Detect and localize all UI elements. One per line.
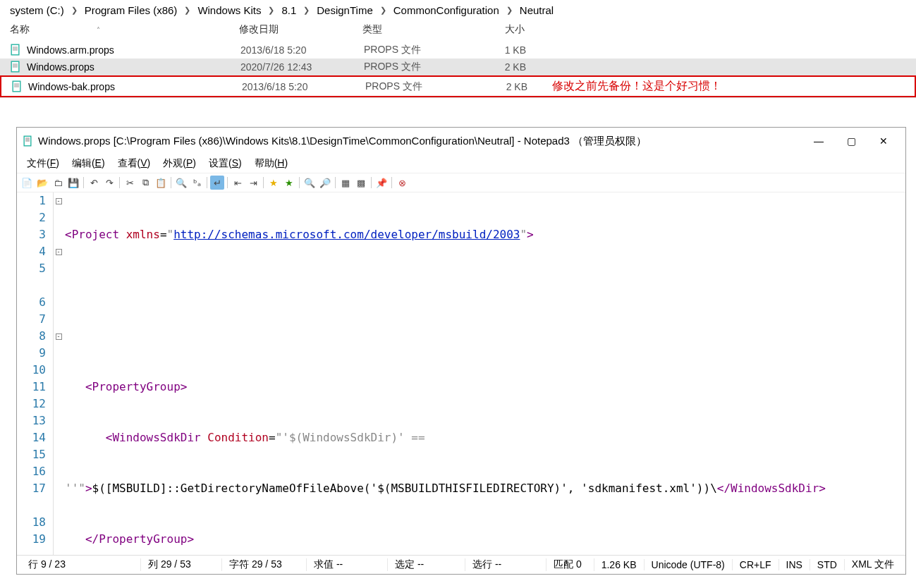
file-size: 1 KB — [473, 44, 533, 56]
file-type: PROPS 文件 — [364, 61, 473, 73]
breadcrumb-seg[interactable]: Program Files (x86) — [85, 4, 178, 16]
breadcrumb-seg[interactable]: Neutral — [520, 4, 554, 16]
find-icon[interactable]: 🔍 — [174, 176, 188, 190]
status-col: 列 29 / 53 — [141, 558, 222, 571]
separator — [335, 177, 336, 188]
code-editor[interactable]: 12345678910111213141516171819 --- <Proje… — [17, 192, 905, 555]
breadcrumb-seg[interactable]: 8.1 — [281, 4, 296, 16]
code-content[interactable]: <Project xmlns="http://schemas.microsoft… — [63, 192, 905, 555]
pin-icon[interactable]: 📌 — [374, 176, 389, 190]
separator — [371, 177, 372, 188]
open-icon[interactable]: 📂 — [35, 176, 49, 190]
exit-icon[interactable]: ⊗ — [395, 176, 409, 190]
statusbar: 行 9 / 23 列 29 / 53 字符 29 / 53 求值 -- 选定 -… — [17, 555, 905, 574]
annotation-text: 修改之前先备份！这是个好习惯！ — [552, 79, 721, 94]
line-gutter: 12345678910111213141516171819 — [17, 192, 54, 555]
syntax-icon[interactable]: ▦ — [338, 176, 353, 190]
syntax2-icon[interactable]: ▩ — [354, 176, 368, 190]
chevron-right-icon: ❯ — [300, 6, 312, 15]
toolbar: 📄 📂 🗀 💾 ↶ ↷ ✂ ⧉ 📋 🔍 ᵇₐ ↵ ⇤ ⇥ ★ ★ 🔍 🔎 ▦ ▩… — [17, 173, 905, 192]
bookmark-add-icon[interactable]: ★ — [282, 176, 296, 190]
file-row[interactable]: Windows.arm.props2013/6/18 5:20PROPS 文件1… — [0, 42, 916, 59]
outdent-icon[interactable]: ⇥ — [246, 176, 260, 190]
separator — [299, 177, 300, 188]
indent-icon[interactable]: ⇤ — [231, 176, 245, 190]
menu-e[interactable]: 编辑(E) — [66, 156, 111, 171]
bookmark-icon[interactable]: ★ — [267, 176, 281, 190]
separator — [171, 177, 171, 188]
menu-f[interactable]: 文件(F) — [21, 156, 65, 171]
undo-icon[interactable]: ↶ — [87, 176, 101, 190]
sort-asc-icon: ˄ — [97, 26, 100, 34]
status-match: 匹配 0 — [546, 558, 594, 571]
breadcrumb-seg[interactable]: Windows Kits — [197, 4, 261, 16]
separator — [207, 177, 207, 188]
status-eval: 求值 -- — [307, 558, 388, 571]
new-icon[interactable]: 📄 — [20, 176, 34, 190]
status-sel: 选定 -- — [388, 558, 465, 571]
zoomout-icon[interactable]: 🔎 — [318, 176, 332, 190]
breadcrumb[interactable]: system (C:)❯ Program Files (x86)❯ Window… — [0, 0, 916, 20]
status-line: 行 9 / 23 — [21, 558, 141, 571]
maximize-button[interactable]: ▢ — [835, 131, 867, 151]
menubar: 文件(F)编辑(E)查看(V)外观(P)设置(S)帮助(H) — [17, 154, 905, 173]
chevron-right-icon: ❯ — [503, 6, 515, 15]
menu-s[interactable]: 设置(S) — [203, 156, 248, 171]
fold-column[interactable]: --- — [54, 192, 63, 555]
col-type[interactable]: 类型 — [362, 23, 472, 36]
menu-v[interactable]: 查看(V) — [112, 156, 157, 171]
file-icon — [11, 80, 24, 93]
status-eol[interactable]: CR+LF — [733, 559, 779, 570]
file-date: 2013/6/18 5:20 — [240, 44, 364, 56]
fold-toggle-icon[interactable]: - — [56, 198, 62, 204]
chevron-right-icon: ❯ — [377, 6, 389, 15]
file-size: 2 KB — [475, 81, 535, 92]
status-size: 1.26 KB — [594, 559, 645, 570]
separator — [391, 177, 392, 188]
separator — [119, 177, 120, 188]
minimize-button[interactable]: — — [802, 131, 835, 151]
col-date[interactable]: 修改日期 — [239, 23, 362, 36]
app-icon — [23, 135, 34, 147]
window-title: Windows.props [C:\Program Files (x86)\Wi… — [38, 135, 802, 148]
file-name: Windows.props — [27, 61, 240, 73]
file-size: 2 KB — [473, 61, 533, 73]
zoomin-icon[interactable]: 🔍 — [303, 176, 317, 190]
replace-icon[interactable]: ᵇₐ — [190, 176, 204, 190]
status-enc[interactable]: Unicode (UTF-8) — [645, 559, 733, 570]
file-date: 2020/7/26 12:43 — [240, 61, 364, 73]
save-icon[interactable]: 💾 — [66, 176, 80, 190]
file-row[interactable]: Windows.props2020/7/26 12:43PROPS 文件2 KB — [0, 59, 916, 75]
status-lang[interactable]: XML 文件 — [845, 558, 901, 571]
cut-icon[interactable]: ✂ — [123, 176, 137, 190]
menu-h[interactable]: 帮助(H) — [249, 156, 293, 171]
separator — [227, 177, 228, 188]
menu-p[interactable]: 外观(P) — [157, 156, 202, 171]
col-size[interactable]: 大小 — [472, 23, 532, 36]
fold-toggle-icon[interactable]: - — [56, 249, 62, 255]
file-icon — [10, 44, 23, 56]
paste-icon[interactable]: 📋 — [154, 176, 168, 190]
copy-icon[interactable]: ⧉ — [138, 176, 152, 190]
status-char: 字符 29 / 53 — [222, 558, 307, 571]
breadcrumb-seg[interactable]: CommonConfiguration — [393, 4, 499, 16]
status-selln: 选行 -- — [465, 558, 546, 571]
chevron-right-icon: ❯ — [265, 6, 277, 15]
recent-icon[interactable]: 🗀 — [51, 176, 65, 190]
file-type: PROPS 文件 — [364, 44, 473, 56]
titlebar[interactable]: Windows.props [C:\Program Files (x86)\Wi… — [17, 128, 905, 154]
close-button[interactable]: ✕ — [867, 131, 900, 151]
column-headers[interactable]: 名称˄ 修改日期 类型 大小 — [0, 20, 916, 42]
fold-toggle-icon[interactable]: - — [56, 333, 62, 340]
redo-icon[interactable]: ↷ — [102, 176, 116, 190]
col-name[interactable]: 名称˄ — [10, 23, 239, 36]
file-date: 2013/6/18 5:20 — [242, 81, 365, 92]
file-row[interactable]: Windows-bak.props2013/6/18 5:20PROPS 文件2… — [0, 75, 916, 97]
notepad3-window: Windows.props [C:\Program Files (x86)\Wi… — [16, 127, 906, 575]
breadcrumb-seg[interactable]: DesignTime — [317, 4, 372, 16]
status-ins[interactable]: INS — [779, 559, 810, 570]
wordwrap-icon[interactable]: ↵ — [210, 176, 224, 190]
status-mode[interactable]: STD — [810, 559, 845, 570]
breadcrumb-seg[interactable]: system (C:) — [10, 4, 64, 16]
file-name: Windows-bak.props — [28, 81, 242, 92]
